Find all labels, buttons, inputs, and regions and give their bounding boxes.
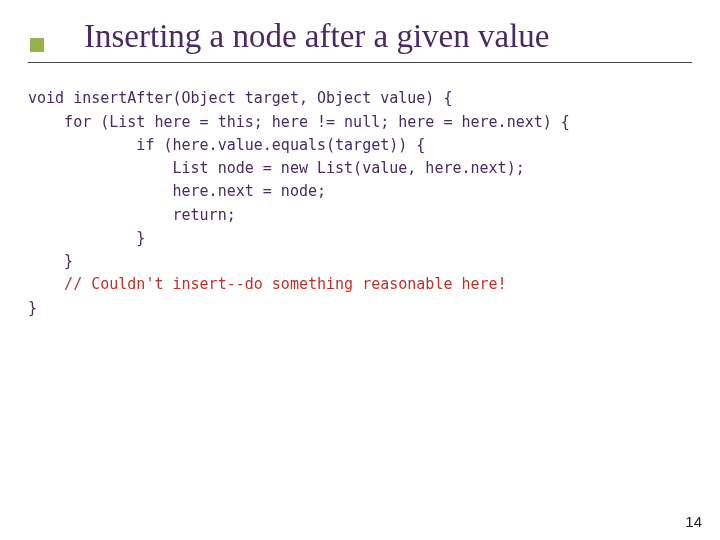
bullet-icon — [30, 38, 44, 52]
code-line: for (List here = this; here != null; her… — [28, 113, 570, 131]
title-row: Inserting a node after a given value — [0, 0, 720, 54]
slide-number: 14 — [685, 513, 702, 530]
code-line: } — [28, 252, 73, 270]
code-line: return; — [28, 206, 236, 224]
code-line: List node = new List(value, here.next); — [28, 159, 525, 177]
slide-title: Inserting a node after a given value — [84, 18, 549, 54]
code-line: void insertAfter(Object target, Object v… — [28, 89, 452, 107]
code-line: here.next = node; — [28, 182, 326, 200]
code-line: } — [28, 299, 37, 317]
slide: Inserting a node after a given value voi… — [0, 0, 720, 540]
code-block: void insertAfter(Object target, Object v… — [0, 63, 720, 320]
code-line: } — [28, 229, 145, 247]
code-comment: // Couldn't insert--do something reasona… — [28, 275, 507, 293]
code-line: if (here.value.equals(target)) { — [28, 136, 425, 154]
